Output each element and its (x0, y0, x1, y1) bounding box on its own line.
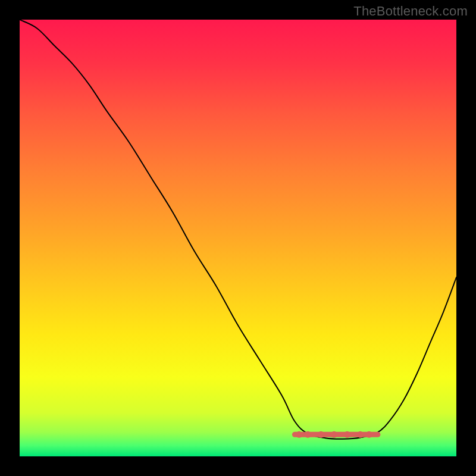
gradient-background (20, 20, 456, 456)
trough-marker (295, 431, 377, 438)
watermark-text: TheBottleneck.com (353, 4, 468, 19)
svg-point-4 (344, 431, 350, 438)
svg-point-5 (357, 431, 364, 438)
svg-point-6 (366, 431, 372, 438)
svg-point-1 (305, 431, 311, 438)
svg-point-0 (296, 431, 302, 438)
plot-area (20, 20, 456, 456)
svg-point-2 (318, 431, 324, 438)
chart-frame: TheBottleneck.com (0, 0, 476, 476)
chart-svg (20, 20, 456, 456)
svg-point-3 (331, 431, 337, 438)
